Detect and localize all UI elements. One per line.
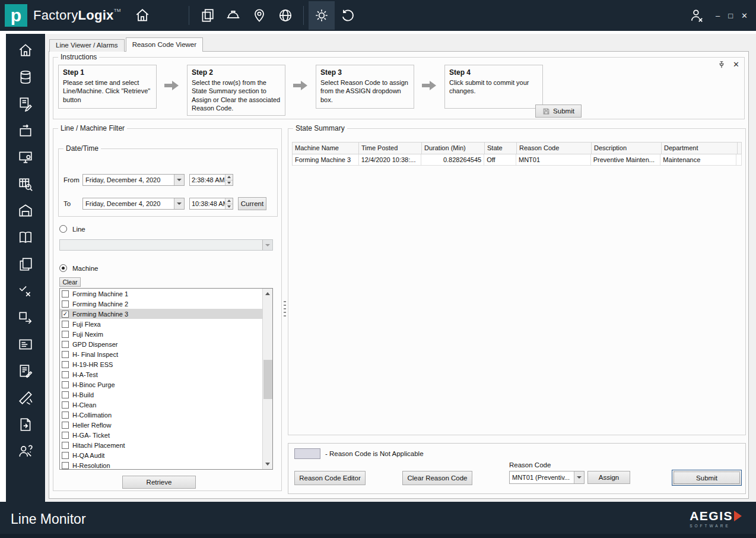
clear-button[interactable]: Clear: [59, 277, 81, 287]
to-time-spinner[interactable]: 10:38:48 AM: [189, 198, 233, 210]
machine-checkbox[interactable]: [62, 462, 69, 469]
badge-card-icon[interactable]: [17, 336, 34, 353]
machine-list-item[interactable]: Forming Machine 1: [60, 289, 263, 299]
chevron-down-icon[interactable]: [174, 198, 184, 209]
submit-button[interactable]: Submit: [672, 470, 742, 486]
report-edit-icon[interactable]: [17, 363, 34, 379]
globe-icon[interactable]: [272, 2, 298, 29]
production-database-icon[interactable]: [17, 69, 34, 86]
machine-list-item[interactable]: Fuji Nexim: [60, 329, 263, 339]
from-date-select[interactable]: Friday, December 4, 2020: [82, 174, 185, 186]
machine-list-item[interactable]: H-Clean: [60, 400, 263, 410]
column-header[interactable]: Machine Name: [293, 143, 359, 154]
spin-down-icon[interactable]: [225, 204, 233, 210]
machine-checkbox[interactable]: [62, 391, 69, 398]
machine-checkbox[interactable]: [62, 381, 69, 388]
machine-list-item[interactable]: ✓Forming Machine 3: [60, 309, 263, 319]
machine-checkbox[interactable]: [62, 401, 69, 409]
close-icon[interactable]: ✕: [733, 60, 739, 69]
machine-checkbox[interactable]: [62, 422, 69, 429]
machine-checkbox[interactable]: [62, 341, 69, 348]
support-user-icon[interactable]: [17, 443, 34, 460]
machine-checkbox[interactable]: [62, 321, 69, 328]
hardhat-icon[interactable]: [220, 2, 246, 29]
templates-copy-icon[interactable]: [17, 256, 34, 273]
column-header[interactable]: Department: [662, 143, 738, 154]
machine-list-item[interactable]: GPD Dispenser: [60, 339, 263, 349]
operator-station-icon[interactable]: [17, 149, 34, 166]
machine-checkbox[interactable]: [62, 371, 69, 378]
column-header[interactable]: State: [485, 143, 517, 154]
column-header[interactable]: Time Posted: [359, 143, 422, 154]
design-ruler-icon[interactable]: [17, 390, 34, 406]
scroll-up-icon[interactable]: [263, 289, 272, 299]
machine-checkbox[interactable]: [62, 290, 69, 298]
chevron-down-icon[interactable]: [174, 175, 184, 185]
chevron-down-icon[interactable]: [574, 471, 584, 483]
machine-checkbox[interactable]: [62, 331, 69, 338]
changeover-icon[interactable]: [17, 122, 34, 139]
machine-checkbox[interactable]: [62, 361, 69, 368]
reason-code-editor-button[interactable]: Reason Code Editor: [294, 471, 366, 485]
machine-list-item[interactable]: Heller Reflow: [60, 420, 263, 430]
from-time-spinner[interactable]: 2:38:48 AM: [189, 174, 233, 186]
maximize-button[interactable]: □: [728, 11, 733, 20]
export-file-icon[interactable]: [17, 416, 34, 433]
machine-list-item[interactable]: Forming Machine 2: [60, 299, 263, 309]
quality-check-icon[interactable]: [17, 283, 34, 299]
machine-list-item[interactable]: H-19-HR ESS: [60, 359, 263, 369]
machine-list-item[interactable]: H-A-Test: [60, 369, 263, 379]
material-transfer-icon[interactable]: [17, 309, 34, 326]
close-button[interactable]: ✕: [741, 11, 748, 20]
machine-checkbox[interactable]: [62, 442, 69, 449]
instructions-submit-button[interactable]: Submit: [535, 105, 582, 118]
spin-up-icon[interactable]: [225, 175, 233, 180]
machine-list-item[interactable]: H- Final Inspect: [60, 349, 263, 359]
home-icon[interactable]: [17, 42, 34, 59]
column-header[interactable]: Duration (Min): [422, 143, 485, 154]
machine-list-item[interactable]: H-Collimation: [60, 410, 263, 420]
scrollbar-thumb[interactable]: [263, 360, 272, 399]
current-button[interactable]: Current: [238, 197, 266, 210]
machine-list-item[interactable]: H-Binoc Purge: [60, 379, 263, 390]
retrieve-button[interactable]: Retrieve: [122, 476, 196, 489]
workflow-icon[interactable]: [17, 96, 34, 112]
documentation-icon[interactable]: [17, 229, 34, 246]
machine-checkbox[interactable]: ✓: [62, 311, 69, 318]
panel-splitter[interactable]: [284, 301, 286, 319]
state-summary-row[interactable]: Forming Machine 312/4/2020 10:38:...0.82…: [293, 154, 742, 166]
machine-checkbox[interactable]: [62, 351, 69, 358]
clear-reason-code-button[interactable]: Clear Reason Code: [402, 471, 472, 485]
line-radio[interactable]: [59, 225, 67, 233]
machine-list-item[interactable]: Hitachi Placement: [60, 440, 263, 450]
pages-icon[interactable]: [194, 2, 220, 29]
machine-list-item[interactable]: H-QA Audit: [60, 450, 263, 460]
column-header[interactable]: Reason Code: [517, 143, 592, 154]
to-date-select[interactable]: Friday, December 4, 2020: [82, 198, 185, 210]
gear-icon[interactable]: [309, 1, 335, 30]
machine-radio[interactable]: [59, 264, 67, 272]
machine-list-item[interactable]: H-Build: [60, 390, 263, 400]
minimize-button[interactable]: –: [716, 11, 720, 20]
machine-list-item[interactable]: H-Resolution: [60, 460, 263, 470]
user-session-icon[interactable]: [684, 2, 710, 29]
home-icon[interactable]: [129, 2, 155, 29]
machine-checkbox[interactable]: [62, 300, 69, 308]
spin-down-icon[interactable]: [225, 180, 233, 186]
data-query-icon[interactable]: [17, 176, 34, 192]
history-icon[interactable]: [335, 2, 361, 29]
reason-code-select[interactable]: MNT01 (Preventiv...: [509, 471, 585, 484]
tab-line-viewer-alarms[interactable]: Line Viewer / Alarms: [49, 39, 125, 52]
warehouse-icon[interactable]: [17, 202, 34, 219]
machine-checkbox[interactable]: [62, 452, 69, 459]
location-icon[interactable]: [246, 2, 272, 29]
machine-checkbox[interactable]: [62, 432, 69, 439]
machine-list-scrollbar[interactable]: [262, 289, 272, 469]
assign-button[interactable]: Assign: [587, 471, 630, 484]
machine-list-item[interactable]: Fuji Flexa: [60, 319, 263, 329]
machine-list-item[interactable]: H-GA- Ticket: [60, 430, 263, 440]
pin-icon[interactable]: [717, 61, 726, 69]
spin-up-icon[interactable]: [225, 198, 233, 204]
machine-checkbox[interactable]: [62, 412, 69, 419]
tab-reason-code-viewer[interactable]: Reason Code Viewer: [126, 37, 203, 52]
